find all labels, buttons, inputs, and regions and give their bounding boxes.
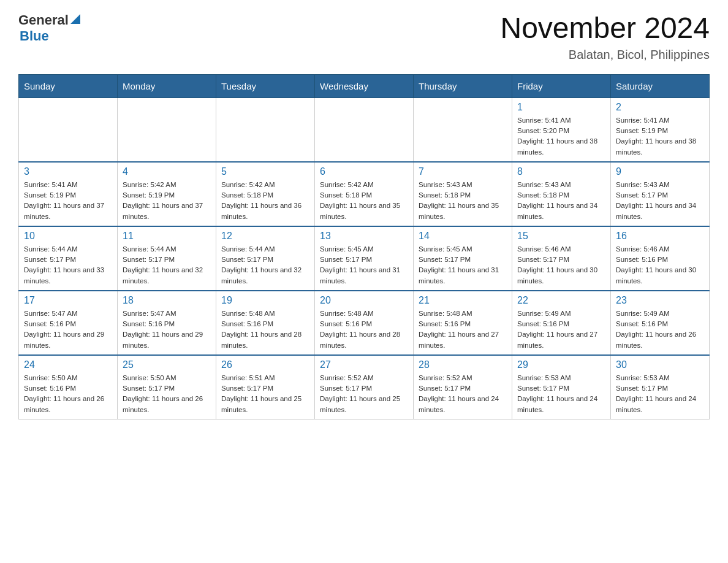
calendar-day-cell: 4Sunrise: 5:42 AM Sunset: 5:19 PM Daylig… [118, 162, 216, 226]
day-info: Sunrise: 5:53 AM Sunset: 5:17 PM Dayligh… [616, 373, 704, 415]
day-info: Sunrise: 5:44 AM Sunset: 5:17 PM Dayligh… [24, 244, 112, 286]
day-number: 1 [517, 102, 605, 113]
day-info: Sunrise: 5:51 AM Sunset: 5:17 PM Dayligh… [221, 373, 309, 415]
calendar-day-cell: 6Sunrise: 5:42 AM Sunset: 5:18 PM Daylig… [315, 162, 414, 226]
calendar-week-row: 24Sunrise: 5:50 AM Sunset: 5:16 PM Dayli… [19, 355, 710, 419]
calendar-day-cell: 1Sunrise: 5:41 AM Sunset: 5:20 PM Daylig… [512, 98, 611, 162]
calendar-day-cell: 3Sunrise: 5:41 AM Sunset: 5:19 PM Daylig… [19, 162, 118, 226]
day-number: 2 [616, 102, 704, 113]
day-info: Sunrise: 5:43 AM Sunset: 5:17 PM Dayligh… [616, 180, 704, 222]
day-number: 20 [320, 295, 408, 306]
day-number: 25 [123, 359, 211, 370]
day-number: 15 [517, 231, 605, 242]
calendar-day-cell: 24Sunrise: 5:50 AM Sunset: 5:16 PM Dayli… [19, 355, 118, 419]
day-number: 22 [517, 295, 605, 306]
calendar-week-row: 17Sunrise: 5:47 AM Sunset: 5:16 PM Dayli… [19, 291, 710, 355]
calendar-day-cell: 25Sunrise: 5:50 AM Sunset: 5:17 PM Dayli… [118, 355, 216, 419]
calendar-day-cell: 26Sunrise: 5:51 AM Sunset: 5:17 PM Dayli… [216, 355, 315, 419]
day-info: Sunrise: 5:46 AM Sunset: 5:16 PM Dayligh… [616, 244, 704, 286]
day-info: Sunrise: 5:50 AM Sunset: 5:17 PM Dayligh… [123, 373, 211, 415]
logo-blue-text: Blue [20, 28, 49, 44]
calendar-day-cell: 11Sunrise: 5:44 AM Sunset: 5:17 PM Dayli… [118, 226, 216, 291]
logo: General Blue [18, 12, 80, 44]
calendar-day-cell: 14Sunrise: 5:45 AM Sunset: 5:17 PM Dayli… [414, 226, 512, 291]
calendar-day-cell: 12Sunrise: 5:44 AM Sunset: 5:17 PM Dayli… [216, 226, 315, 291]
calendar-day-cell [118, 98, 216, 162]
month-year-title: November 2024 [500, 12, 710, 45]
header-wednesday: Wednesday [315, 74, 414, 98]
calendar-day-cell: 27Sunrise: 5:52 AM Sunset: 5:17 PM Dayli… [315, 355, 414, 419]
day-number: 18 [123, 295, 211, 306]
location-subtitle: Balatan, Bicol, Philippines [500, 48, 710, 62]
day-info: Sunrise: 5:52 AM Sunset: 5:17 PM Dayligh… [320, 373, 408, 415]
calendar-day-cell: 9Sunrise: 5:43 AM Sunset: 5:17 PM Daylig… [611, 162, 710, 226]
header-friday: Friday [512, 74, 611, 98]
day-info: Sunrise: 5:43 AM Sunset: 5:18 PM Dayligh… [517, 180, 605, 222]
day-info: Sunrise: 5:47 AM Sunset: 5:16 PM Dayligh… [123, 308, 211, 351]
day-number: 29 [517, 359, 605, 370]
calendar-day-cell: 8Sunrise: 5:43 AM Sunset: 5:18 PM Daylig… [512, 162, 611, 226]
day-number: 26 [221, 359, 309, 370]
day-number: 24 [24, 359, 112, 370]
day-info: Sunrise: 5:52 AM Sunset: 5:17 PM Dayligh… [419, 373, 507, 415]
day-number: 13 [320, 231, 408, 242]
calendar-day-cell: 15Sunrise: 5:46 AM Sunset: 5:17 PM Dayli… [512, 226, 611, 291]
calendar-week-row: 1Sunrise: 5:41 AM Sunset: 5:20 PM Daylig… [19, 98, 710, 162]
calendar-table: Sunday Monday Tuesday Wednesday Thursday… [18, 74, 710, 419]
day-info: Sunrise: 5:49 AM Sunset: 5:16 PM Dayligh… [616, 308, 704, 351]
day-number: 16 [616, 231, 704, 242]
calendar-day-cell: 29Sunrise: 5:53 AM Sunset: 5:17 PM Dayli… [512, 355, 611, 419]
day-info: Sunrise: 5:44 AM Sunset: 5:17 PM Dayligh… [123, 244, 211, 286]
logo-general-text: General [18, 12, 69, 28]
day-number: 8 [517, 166, 605, 177]
day-info: Sunrise: 5:46 AM Sunset: 5:17 PM Dayligh… [517, 244, 605, 286]
day-number: 11 [123, 231, 211, 242]
svg-marker-0 [70, 14, 80, 24]
calendar-day-cell [19, 98, 118, 162]
day-number: 27 [320, 359, 408, 370]
day-info: Sunrise: 5:50 AM Sunset: 5:16 PM Dayligh… [24, 373, 112, 415]
calendar-day-cell [315, 98, 414, 162]
day-info: Sunrise: 5:48 AM Sunset: 5:16 PM Dayligh… [419, 308, 507, 351]
header-monday: Monday [118, 74, 216, 98]
calendar-day-cell [414, 98, 512, 162]
day-number: 4 [123, 166, 211, 177]
day-info: Sunrise: 5:42 AM Sunset: 5:19 PM Dayligh… [123, 180, 211, 222]
header-thursday: Thursday [414, 74, 512, 98]
day-number: 30 [616, 359, 704, 370]
calendar-day-cell: 5Sunrise: 5:42 AM Sunset: 5:18 PM Daylig… [216, 162, 315, 226]
day-number: 7 [419, 166, 507, 177]
day-info: Sunrise: 5:42 AM Sunset: 5:18 PM Dayligh… [320, 180, 408, 222]
day-info: Sunrise: 5:42 AM Sunset: 5:18 PM Dayligh… [221, 180, 309, 222]
calendar-day-cell: 20Sunrise: 5:48 AM Sunset: 5:16 PM Dayli… [315, 291, 414, 355]
day-number: 12 [221, 231, 309, 242]
day-number: 10 [24, 231, 112, 242]
day-info: Sunrise: 5:41 AM Sunset: 5:19 PM Dayligh… [24, 180, 112, 222]
header-saturday: Saturday [611, 74, 710, 98]
calendar-day-cell: 21Sunrise: 5:48 AM Sunset: 5:16 PM Dayli… [414, 291, 512, 355]
day-number: 5 [221, 166, 309, 177]
title-section: November 2024 Balatan, Bicol, Philippine… [500, 12, 710, 62]
day-number: 6 [320, 166, 408, 177]
day-info: Sunrise: 5:48 AM Sunset: 5:16 PM Dayligh… [221, 308, 309, 351]
calendar-day-cell: 16Sunrise: 5:46 AM Sunset: 5:16 PM Dayli… [611, 226, 710, 291]
header-tuesday: Tuesday [216, 74, 315, 98]
calendar-header-row: Sunday Monday Tuesday Wednesday Thursday… [19, 74, 710, 98]
calendar-day-cell [216, 98, 315, 162]
calendar-day-cell: 23Sunrise: 5:49 AM Sunset: 5:16 PM Dayli… [611, 291, 710, 355]
calendar-day-cell: 13Sunrise: 5:45 AM Sunset: 5:17 PM Dayli… [315, 226, 414, 291]
day-number: 14 [419, 231, 507, 242]
day-info: Sunrise: 5:47 AM Sunset: 5:16 PM Dayligh… [24, 308, 112, 351]
day-number: 21 [419, 295, 507, 306]
calendar-day-cell: 10Sunrise: 5:44 AM Sunset: 5:17 PM Dayli… [19, 226, 118, 291]
day-info: Sunrise: 5:45 AM Sunset: 5:17 PM Dayligh… [419, 244, 507, 286]
day-info: Sunrise: 5:48 AM Sunset: 5:16 PM Dayligh… [320, 308, 408, 351]
day-number: 28 [419, 359, 507, 370]
day-number: 19 [221, 295, 309, 306]
logo-triangle-icon [70, 14, 80, 26]
header-sunday: Sunday [19, 74, 118, 98]
calendar-day-cell: 17Sunrise: 5:47 AM Sunset: 5:16 PM Dayli… [19, 291, 118, 355]
day-number: 9 [616, 166, 704, 177]
calendar-day-cell: 18Sunrise: 5:47 AM Sunset: 5:16 PM Dayli… [118, 291, 216, 355]
day-info: Sunrise: 5:41 AM Sunset: 5:19 PM Dayligh… [616, 115, 704, 158]
